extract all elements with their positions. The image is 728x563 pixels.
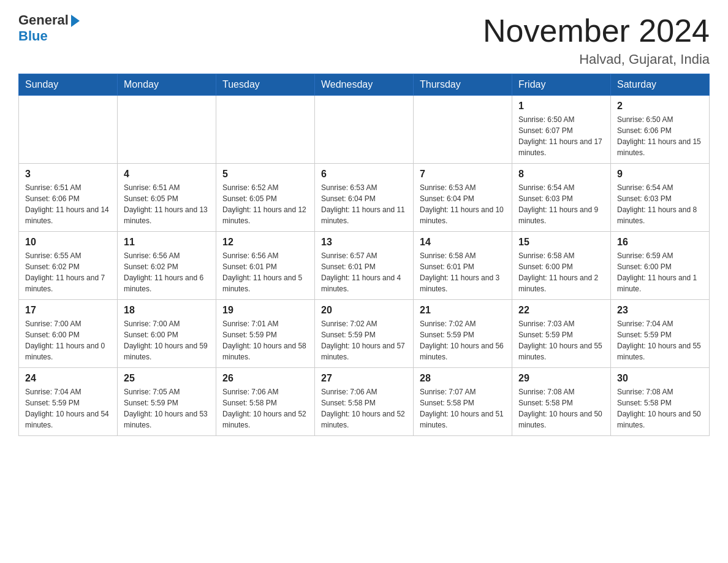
day-info: Sunrise: 6:56 AMSunset: 6:01 PMDaylight:…	[222, 250, 308, 294]
day-info: Sunrise: 6:56 AMSunset: 6:02 PMDaylight:…	[124, 250, 210, 294]
week-row-3: 10Sunrise: 6:55 AMSunset: 6:02 PMDayligh…	[19, 232, 710, 300]
day-number: 2	[617, 101, 703, 112]
day-info: Sunrise: 7:08 AMSunset: 5:58 PMDaylight:…	[617, 386, 703, 431]
calendar-cell: 4Sunrise: 6:51 AMSunset: 6:05 PMDaylight…	[118, 164, 216, 232]
calendar-cell: 5Sunrise: 6:52 AMSunset: 6:05 PMDaylight…	[216, 164, 315, 232]
calendar-cell: 19Sunrise: 7:01 AMSunset: 5:59 PMDayligh…	[216, 300, 315, 368]
day-info: Sunrise: 6:54 AMSunset: 6:03 PMDaylight:…	[518, 182, 604, 226]
day-number: 24	[25, 373, 111, 384]
week-row-2: 3Sunrise: 6:51 AMSunset: 6:06 PMDaylight…	[19, 164, 710, 232]
day-number: 21	[420, 305, 506, 316]
calendar-cell: 7Sunrise: 6:53 AMSunset: 6:04 PMDaylight…	[414, 164, 512, 232]
day-info: Sunrise: 6:57 AMSunset: 6:01 PMDaylight:…	[321, 250, 407, 294]
day-info: Sunrise: 6:54 AMSunset: 6:03 PMDaylight:…	[617, 182, 703, 226]
day-number: 16	[617, 237, 703, 248]
day-number: 12	[222, 237, 308, 248]
calendar-cell: 2Sunrise: 6:50 AMSunset: 6:06 PMDaylight…	[611, 96, 710, 164]
day-number: 26	[222, 373, 308, 384]
logo-general-text: General	[18, 12, 69, 28]
day-info: Sunrise: 7:03 AMSunset: 5:59 PMDaylight:…	[518, 318, 604, 362]
calendar-cell: 24Sunrise: 7:04 AMSunset: 5:59 PMDayligh…	[19, 368, 118, 436]
calendar-cell: 20Sunrise: 7:02 AMSunset: 5:59 PMDayligh…	[315, 300, 414, 368]
day-number: 20	[321, 305, 407, 316]
day-number: 17	[25, 305, 111, 316]
calendar-cell: 30Sunrise: 7:08 AMSunset: 5:58 PMDayligh…	[611, 368, 710, 436]
calendar-cell: 13Sunrise: 6:57 AMSunset: 6:01 PMDayligh…	[315, 232, 414, 300]
day-number: 19	[222, 305, 308, 316]
day-info: Sunrise: 7:00 AMSunset: 6:00 PMDaylight:…	[124, 318, 210, 362]
day-number: 29	[518, 373, 604, 384]
day-info: Sunrise: 7:01 AMSunset: 5:59 PMDaylight:…	[222, 318, 308, 362]
calendar-subtitle: Halvad, Gujarat, India	[483, 52, 710, 67]
day-number: 5	[222, 169, 308, 180]
day-info: Sunrise: 6:58 AMSunset: 6:01 PMDaylight:…	[420, 250, 506, 294]
day-number: 1	[518, 101, 604, 112]
calendar-cell: 26Sunrise: 7:06 AMSunset: 5:58 PMDayligh…	[216, 368, 315, 436]
weekday-header-tuesday: Tuesday	[216, 74, 315, 96]
calendar-cell: 10Sunrise: 6:55 AMSunset: 6:02 PMDayligh…	[19, 232, 118, 300]
day-number: 28	[420, 373, 506, 384]
day-number: 30	[617, 373, 703, 384]
weekday-header-monday: Monday	[118, 74, 216, 96]
day-number: 18	[124, 305, 210, 316]
weekday-header-thursday: Thursday	[414, 74, 512, 96]
day-number: 9	[617, 169, 703, 180]
day-info: Sunrise: 6:59 AMSunset: 6:00 PMDaylight:…	[617, 250, 703, 294]
weekday-header-saturday: Saturday	[611, 74, 710, 96]
day-number: 6	[321, 169, 407, 180]
day-info: Sunrise: 7:06 AMSunset: 5:58 PMDaylight:…	[321, 386, 407, 431]
day-number: 11	[124, 237, 210, 248]
calendar-cell: 29Sunrise: 7:08 AMSunset: 5:58 PMDayligh…	[512, 368, 611, 436]
calendar-cell: 12Sunrise: 6:56 AMSunset: 6:01 PMDayligh…	[216, 232, 315, 300]
calendar-cell: 25Sunrise: 7:05 AMSunset: 5:59 PMDayligh…	[118, 368, 216, 436]
calendar-cell: 27Sunrise: 7:06 AMSunset: 5:58 PMDayligh…	[315, 368, 414, 436]
calendar-cell: 21Sunrise: 7:02 AMSunset: 5:59 PMDayligh…	[414, 300, 512, 368]
weekday-header-friday: Friday	[512, 74, 611, 96]
page-header: General Blue November 2024 Halvad, Gujar…	[18, 12, 710, 67]
day-info: Sunrise: 6:52 AMSunset: 6:05 PMDaylight:…	[222, 182, 308, 226]
day-info: Sunrise: 6:50 AMSunset: 6:06 PMDaylight:…	[617, 114, 703, 158]
logo-arrow-icon	[71, 15, 80, 27]
day-info: Sunrise: 6:50 AMSunset: 6:07 PMDaylight:…	[518, 114, 604, 158]
day-info: Sunrise: 6:51 AMSunset: 6:06 PMDaylight:…	[25, 182, 111, 226]
calendar-cell: 9Sunrise: 6:54 AMSunset: 6:03 PMDaylight…	[611, 164, 710, 232]
calendar-cell	[216, 96, 315, 164]
calendar-cell	[414, 96, 512, 164]
calendar-cell: 14Sunrise: 6:58 AMSunset: 6:01 PMDayligh…	[414, 232, 512, 300]
day-info: Sunrise: 6:51 AMSunset: 6:05 PMDaylight:…	[124, 182, 210, 226]
calendar-cell: 8Sunrise: 6:54 AMSunset: 6:03 PMDaylight…	[512, 164, 611, 232]
day-number: 15	[518, 237, 604, 248]
day-info: Sunrise: 6:53 AMSunset: 6:04 PMDaylight:…	[321, 182, 407, 226]
day-number: 14	[420, 237, 506, 248]
day-info: Sunrise: 7:08 AMSunset: 5:58 PMDaylight:…	[518, 386, 604, 431]
day-info: Sunrise: 7:06 AMSunset: 5:58 PMDaylight:…	[222, 386, 308, 431]
title-block: November 2024 Halvad, Gujarat, India	[483, 12, 710, 67]
day-info: Sunrise: 7:05 AMSunset: 5:59 PMDaylight:…	[124, 386, 210, 431]
day-number: 22	[518, 305, 604, 316]
day-info: Sunrise: 7:00 AMSunset: 6:00 PMDaylight:…	[25, 318, 111, 362]
day-number: 7	[420, 169, 506, 180]
calendar-cell: 15Sunrise: 6:58 AMSunset: 6:00 PMDayligh…	[512, 232, 611, 300]
day-info: Sunrise: 6:55 AMSunset: 6:02 PMDaylight:…	[25, 250, 111, 294]
calendar-cell	[19, 96, 118, 164]
calendar-cell: 1Sunrise: 6:50 AMSunset: 6:07 PMDaylight…	[512, 96, 611, 164]
day-info: Sunrise: 7:02 AMSunset: 5:59 PMDaylight:…	[420, 318, 506, 362]
calendar-cell: 17Sunrise: 7:00 AMSunset: 6:00 PMDayligh…	[19, 300, 118, 368]
calendar-title: November 2024	[483, 12, 710, 49]
calendar-cell: 23Sunrise: 7:04 AMSunset: 5:59 PMDayligh…	[611, 300, 710, 368]
logo: General Blue	[18, 12, 80, 44]
day-info: Sunrise: 7:04 AMSunset: 5:59 PMDaylight:…	[25, 386, 111, 431]
day-info: Sunrise: 7:07 AMSunset: 5:58 PMDaylight:…	[420, 386, 506, 431]
day-info: Sunrise: 7:04 AMSunset: 5:59 PMDaylight:…	[617, 318, 703, 362]
weekday-header-sunday: Sunday	[19, 74, 118, 96]
calendar-table: SundayMondayTuesdayWednesdayThursdayFrid…	[18, 74, 710, 436]
day-info: Sunrise: 7:02 AMSunset: 5:59 PMDaylight:…	[321, 318, 407, 362]
calendar-cell: 22Sunrise: 7:03 AMSunset: 5:59 PMDayligh…	[512, 300, 611, 368]
weekday-header-row: SundayMondayTuesdayWednesdayThursdayFrid…	[19, 74, 710, 96]
day-number: 23	[617, 305, 703, 316]
day-number: 13	[321, 237, 407, 248]
calendar-cell: 28Sunrise: 7:07 AMSunset: 5:58 PMDayligh…	[414, 368, 512, 436]
week-row-5: 24Sunrise: 7:04 AMSunset: 5:59 PMDayligh…	[19, 368, 710, 436]
calendar-cell: 11Sunrise: 6:56 AMSunset: 6:02 PMDayligh…	[118, 232, 216, 300]
day-number: 3	[25, 169, 111, 180]
